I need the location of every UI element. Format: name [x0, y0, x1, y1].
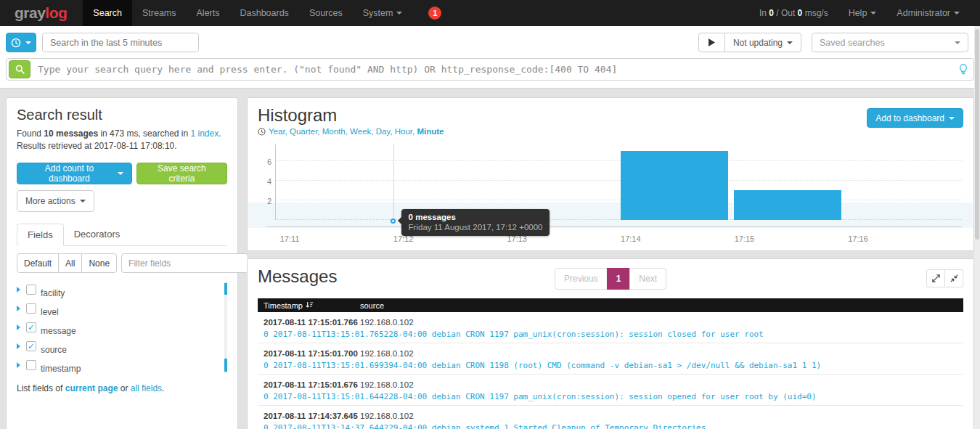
query-input[interactable] [38, 64, 959, 75]
x-axis-tick-label: 17:11 [280, 234, 300, 243]
throughput-text: msg/s [802, 8, 828, 18]
help-menu[interactable]: Help [838, 0, 887, 26]
y-axis-tick-label: 6 [257, 158, 271, 166]
resolution-link-minute[interactable]: Minute [417, 127, 444, 136]
message-text-link[interactable]: 0 2017-08-11T13:15:01.644228-04:00 debia… [258, 391, 963, 402]
summary-text: . [219, 128, 221, 139]
fields-scrollbar-thumb[interactable] [224, 359, 227, 372]
user-menu[interactable]: Administrator [886, 0, 970, 26]
fields-scrollbar-thumb[interactable] [224, 283, 227, 295]
field-checkbox-facility[interactable] [26, 285, 36, 295]
message-text-link[interactable]: 0 2017-08-11T13:15:01.765228-04:00 debia… [258, 329, 963, 340]
field-expand-caret-icon[interactable] [17, 306, 20, 311]
notification-badge[interactable]: 1 [428, 7, 441, 20]
current-page-link[interactable]: current page [65, 383, 118, 393]
save-search-criteria-button[interactable]: Save search criteria [136, 163, 227, 184]
fields-toolbar: Default All None [17, 253, 227, 273]
pagination-next[interactable]: Next [629, 268, 666, 290]
timestamp-column-header[interactable]: Timestamp [258, 301, 360, 310]
throughput-indicator[interactable]: In 0 / Out 0 msg/s [749, 0, 838, 26]
result-summary: Found 10 messages in 473 ms, searched in… [17, 128, 227, 140]
message-row[interactable]: 2017-08-11 17:15:01.676192.168.0.1020 20… [258, 375, 963, 406]
tab-decorators[interactable]: Decorators [64, 224, 131, 245]
compress-messages-button[interactable] [944, 269, 963, 287]
chevron-down-icon [787, 41, 793, 44]
resolution-link-day[interactable]: Day [376, 127, 391, 136]
message-row[interactable]: 2017-08-11 17:14:37.645192.168.0.1020 20… [258, 406, 963, 429]
nav-item-alerts[interactable]: Alerts [187, 0, 230, 26]
message-source: 192.168.0.102 [360, 380, 414, 391]
field-expand-caret-icon[interactable] [17, 287, 20, 293]
field-expand-caret-icon[interactable] [17, 324, 20, 330]
nav-item-streams[interactable]: Streams [132, 0, 187, 26]
field-row-level: level [17, 299, 220, 318]
field-label: source [41, 345, 67, 355]
resolution-link-hour[interactable]: Hour [395, 127, 412, 136]
message-text-link[interactable]: 0 2017-08-11T13:15:01.699394-04:00 debia… [258, 360, 963, 371]
resolution-link-month[interactable]: Month [322, 127, 346, 136]
nav-item-search[interactable]: Search [83, 0, 132, 26]
expand-messages-button[interactable] [926, 269, 945, 287]
message-meta-line: 2017-08-11 17:15:01.766192.168.0.102 [258, 317, 963, 328]
page-scrollbar[interactable] [974, 26, 980, 429]
index-link[interactable]: 1 index [191, 128, 219, 139]
field-expand-caret-icon[interactable] [17, 343, 20, 349]
timerange-dropdown-button[interactable] [6, 33, 36, 52]
x-axis-tick-label: 17:14 [621, 234, 641, 243]
resolution-links: Year, Quarter, Month, Week, Day, Hour, M… [269, 127, 444, 136]
more-actions-button[interactable]: More actions [17, 190, 94, 212]
message-text-link[interactable]: 0 2017-08-11T13:14:37.644229-04:00 debia… [258, 422, 963, 429]
source-column-header[interactable]: source [360, 301, 963, 310]
saved-searches-placeholder: Saved searches [820, 38, 885, 48]
tab-fields[interactable]: Fields [17, 224, 64, 246]
field-checkbox-message[interactable]: ✓ [26, 322, 36, 332]
lightbulb-icon[interactable] [959, 64, 968, 75]
page-scrollbar-thumb[interactable] [975, 29, 979, 240]
search-controls-row: Not updating Saved searches [6, 33, 974, 52]
message-timestamp: 2017-08-11 17:15:01.676 [258, 380, 360, 391]
message-row[interactable]: 2017-08-11 17:15:01.766192.168.0.1020 20… [258, 312, 963, 343]
refresh-interval-button[interactable]: Not updating [724, 33, 801, 52]
filter-fields-input[interactable] [121, 253, 248, 273]
nav-item-sources[interactable]: Sources [299, 0, 353, 26]
gridline [276, 200, 962, 200]
message-timestamp: 2017-08-11 17:14:37.645 [258, 411, 360, 422]
fields-none-button[interactable]: None [81, 253, 117, 273]
timerange-input[interactable] [42, 33, 199, 52]
fields-default-button[interactable]: Default [17, 253, 59, 273]
field-checkbox-timestamp[interactable] [26, 360, 36, 370]
resolution-selector: Year, Quarter, Month, Week, Day, Hour, M… [258, 127, 444, 136]
fields-all-button[interactable]: All [58, 253, 82, 273]
message-timestamp: 2017-08-11 17:15:01.700 [258, 348, 360, 359]
throughput-text: / Out [774, 8, 798, 18]
messages-panel: Messages Previous 1 Next Timestamp sourc… [247, 258, 974, 429]
message-row[interactable]: 2017-08-11 17:15:01.700192.168.0.1020 20… [258, 343, 963, 375]
field-expand-caret-icon[interactable] [17, 362, 20, 368]
fields-scrollbar[interactable] [224, 282, 227, 373]
search-button[interactable] [9, 60, 30, 78]
sort-icon [306, 301, 314, 309]
nav-item-system[interactable]: System [353, 0, 413, 26]
help-label: Help [849, 8, 867, 18]
resolution-link-year[interactable]: Year [269, 127, 285, 136]
add-count-to-dashboard-button[interactable]: Add count to dashboard [17, 163, 132, 184]
histogram-plot[interactable]: 2460 messagesFriday 11 August 2017, 17:1… [275, 144, 962, 220]
field-checkbox-source[interactable]: ✓ [26, 341, 36, 351]
pagination-page-1[interactable]: 1 [607, 268, 631, 290]
message-source: 192.168.0.102 [360, 348, 414, 359]
graylog-logo[interactable]: graylog [0, 0, 83, 26]
resolution-link-quarter[interactable]: Quarter [290, 127, 317, 136]
saved-searches-select[interactable]: Saved searches [812, 33, 968, 52]
pagination-previous[interactable]: Previous [555, 268, 608, 290]
resolution-link-week[interactable]: Week [350, 127, 371, 136]
search-result-title: Search result [17, 107, 227, 123]
histogram-chart[interactable]: 2460 messagesFriday 11 August 2017, 17:1… [258, 142, 963, 243]
histogram-bar-17:14[interactable] [621, 151, 728, 220]
add-to-dashboard-button[interactable]: Add to dashboard [867, 108, 963, 128]
sidebar-buttons: Add count to dashboard Save search crite… [17, 163, 227, 184]
all-fields-link[interactable]: all fields [131, 383, 162, 393]
field-checkbox-level[interactable] [26, 303, 36, 314]
histogram-bar-17:15[interactable] [734, 190, 841, 220]
resume-search-button[interactable] [698, 33, 725, 52]
nav-item-dashboards[interactable]: Dashboards [229, 0, 298, 26]
